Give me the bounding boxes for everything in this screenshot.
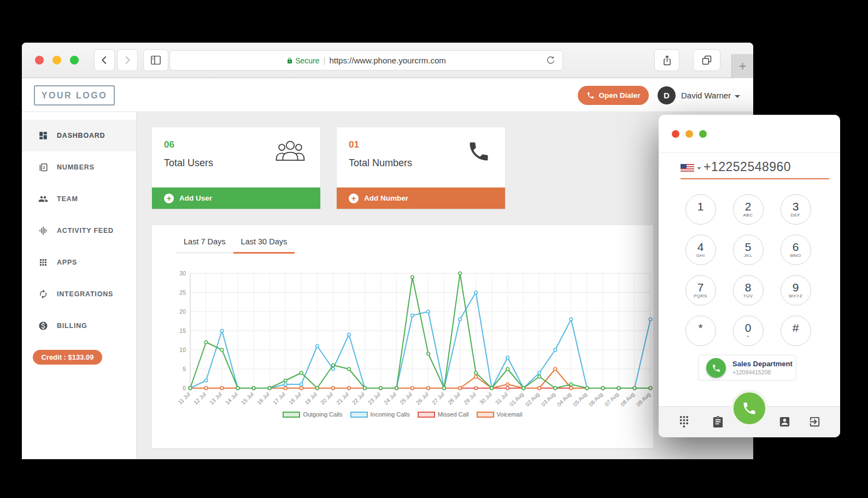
y-axis-tick: 5 bbox=[172, 366, 186, 372]
key-9[interactable]: 9WXYZ bbox=[781, 275, 811, 306]
refresh-icon bbox=[546, 55, 556, 66]
key-3[interactable]: 3DEF bbox=[781, 194, 811, 225]
legend-swatch bbox=[418, 412, 435, 418]
legend-label: Missed Call bbox=[438, 411, 469, 418]
key-digit: 5 bbox=[745, 241, 752, 253]
legend-label: Voicemail bbox=[497, 411, 523, 418]
sidebar-item-team[interactable]: TEAM bbox=[22, 183, 136, 215]
call-button[interactable] bbox=[731, 390, 768, 427]
legend-item-incoming-calls[interactable]: Incoming Calls bbox=[350, 411, 410, 418]
back-button[interactable] bbox=[94, 49, 115, 71]
key-5[interactable]: 5JKL bbox=[733, 235, 764, 265]
key-letters: ABC bbox=[743, 213, 753, 218]
sidebar-item-billing[interactable]: BILLING bbox=[22, 310, 136, 342]
tab-last-30-days[interactable]: Last 30 Days bbox=[233, 237, 295, 254]
avatar[interactable]: D bbox=[658, 86, 676, 104]
address-bar[interactable]: Secure | https://www.phone.yourcrm.com bbox=[169, 50, 563, 71]
series-line-voicemail bbox=[190, 369, 650, 388]
dialer-close-button[interactable] bbox=[672, 130, 679, 138]
svg-text:2: 2 bbox=[43, 165, 45, 170]
key-1[interactable]: 1 bbox=[685, 194, 716, 225]
open-dialer-button[interactable]: Open Dialer bbox=[578, 86, 649, 105]
sidebar-item-label: DASHBOARD bbox=[57, 132, 105, 139]
stat-label: Total Users bbox=[164, 157, 213, 169]
chart-legend: Outgoing CallsIncoming CallsMissed CallV… bbox=[152, 411, 653, 418]
sidebar-item-apps[interactable]: APPS bbox=[22, 247, 136, 278]
key-letters: DEF bbox=[791, 213, 801, 218]
sidebar-item-integrations[interactable]: INTEGRATIONS bbox=[22, 278, 136, 310]
key-digit: 8 bbox=[745, 282, 752, 294]
app-body: DASHBOARD2NUMBERSTEAMACTIVITY FEEDAPPSIN… bbox=[22, 112, 753, 459]
key-0[interactable]: 0+ bbox=[733, 315, 764, 346]
share-button[interactable] bbox=[654, 49, 679, 71]
y-axis-tick: 15 bbox=[172, 327, 186, 334]
contact-phone-icon bbox=[706, 358, 726, 378]
refresh-button[interactable] bbox=[546, 55, 556, 67]
forward-button[interactable] bbox=[117, 49, 138, 71]
sidebar: DASHBOARD2NUMBERSTEAMACTIVITY FEEDAPPSIN… bbox=[22, 112, 137, 459]
y-axis-tick: 10 bbox=[172, 347, 186, 353]
dial-keypad: 12ABC3DEF4GHI5JKL6MNO7PQRS8TUV9WXYZ*0+# bbox=[677, 189, 819, 351]
country-select-caret-icon[interactable] bbox=[697, 167, 701, 169]
tab-last-7-days[interactable]: Last 7 Days bbox=[176, 237, 233, 254]
legend-label: Incoming Calls bbox=[371, 411, 410, 418]
sidebar-item-label: INTEGRATIONS bbox=[57, 290, 113, 298]
show-tabs-button[interactable] bbox=[693, 49, 720, 71]
user-name: David Warner bbox=[681, 91, 731, 100]
us-flag-icon[interactable] bbox=[681, 164, 694, 172]
legend-item-missed-call[interactable]: Missed Call bbox=[418, 411, 469, 418]
key-8[interactable]: 8TUV bbox=[733, 275, 764, 306]
sidebar-item-dashboard[interactable]: DASHBOARD bbox=[22, 120, 136, 151]
call-log-icon[interactable] bbox=[712, 415, 724, 430]
stat-card-total-users: 06Total Users+Add User bbox=[152, 127, 320, 209]
dialpad-icon[interactable] bbox=[678, 415, 690, 430]
key-7[interactable]: 7PQRS bbox=[685, 275, 716, 306]
legend-item-voicemail[interactable]: Voicemail bbox=[477, 411, 523, 418]
dialer-zoom-button[interactable] bbox=[699, 130, 707, 138]
sidebar-item-label: APPS bbox=[57, 259, 77, 266]
key-4[interactable]: 4GHI bbox=[685, 235, 716, 265]
key-digit: 7 bbox=[697, 282, 704, 294]
key-digit: 0 bbox=[745, 322, 752, 334]
key-digit: 6 bbox=[793, 241, 799, 253]
sidebar-item-numbers[interactable]: 2NUMBERS bbox=[22, 151, 136, 183]
y-axis-tick: 0 bbox=[172, 385, 186, 391]
key-star[interactable]: * bbox=[685, 315, 716, 346]
close-window-button[interactable] bbox=[35, 56, 44, 65]
dialed-number-field[interactable]: +12252548960 bbox=[703, 160, 791, 174]
sidebar-item-label: NUMBERS bbox=[57, 163, 95, 171]
dialer-titlebar bbox=[659, 115, 840, 153]
browser-chrome: Secure | https://www.phone.yourcrm.com + bbox=[22, 43, 753, 78]
numbers-icon: 2 bbox=[38, 162, 48, 172]
zoom-window-button[interactable] bbox=[70, 56, 79, 65]
legend-item-outgoing-calls[interactable]: Outgoing Calls bbox=[283, 411, 342, 418]
dialer-minimize-button[interactable] bbox=[685, 130, 693, 138]
minimize-window-button[interactable] bbox=[52, 56, 61, 65]
open-dialer-label: Open Dialer bbox=[599, 91, 641, 99]
contacts-icon[interactable] bbox=[778, 415, 791, 430]
sidebar-item-activity-feed[interactable]: ACTIVITY FEED bbox=[22, 215, 136, 247]
key-digit: 2 bbox=[745, 201, 752, 213]
key-digit: 4 bbox=[697, 241, 704, 253]
browser-window: Secure | https://www.phone.yourcrm.com +… bbox=[22, 43, 753, 459]
exit-icon[interactable] bbox=[808, 415, 821, 430]
sidebar-toggle-button[interactable] bbox=[143, 49, 168, 71]
phone-icon bbox=[467, 139, 491, 163]
key-2[interactable]: 2ABC bbox=[733, 194, 764, 225]
chart-range-tabs: Last 7 DaysLast 30 Days bbox=[176, 237, 295, 254]
user-menu[interactable]: David Warner bbox=[681, 91, 740, 100]
users-group-icon bbox=[274, 139, 306, 161]
contact-card[interactable]: Sales Department +12094415208 bbox=[698, 355, 796, 380]
new-tab-button[interactable]: + bbox=[731, 54, 753, 78]
contact-name: Sales Department bbox=[732, 360, 793, 368]
stat-count: 01 bbox=[349, 139, 359, 150]
add-user-button[interactable]: +Add User bbox=[152, 188, 320, 209]
contact-number: +12094415208 bbox=[732, 369, 771, 376]
key-digit: # bbox=[793, 322, 799, 334]
chevron-left-icon bbox=[99, 55, 109, 65]
key-digit: * bbox=[698, 322, 702, 334]
key-6[interactable]: 6MNO bbox=[781, 235, 811, 265]
key-hash[interactable]: # bbox=[781, 315, 811, 346]
sidebar-item-label: BILLING bbox=[57, 322, 87, 330]
add-number-button[interactable]: +Add Number bbox=[337, 188, 505, 209]
